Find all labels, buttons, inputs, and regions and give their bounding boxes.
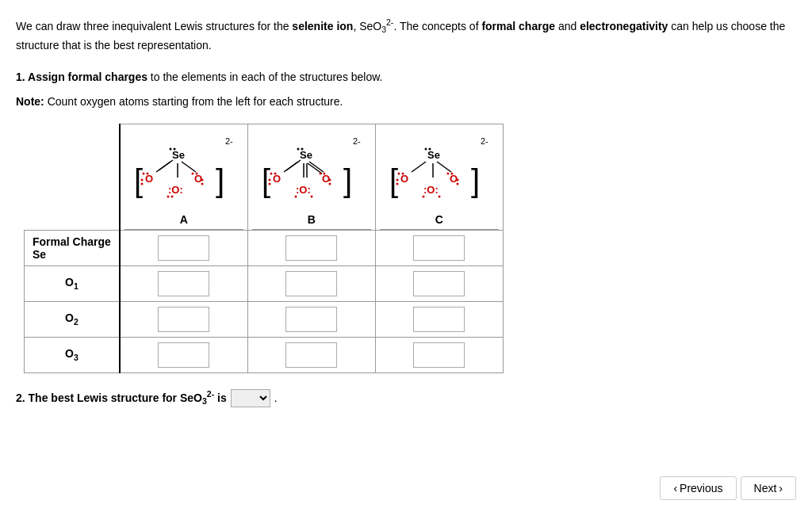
input-o3-b[interactable] (285, 342, 337, 368)
note-text: Note: Count oxygen atoms starting from t… (16, 95, 796, 108)
structure-c-svg: [ Se O (380, 128, 499, 208)
svg-point-66 (422, 195, 424, 197)
chevron-right-icon: › (779, 482, 783, 495)
input-o3-a-cell[interactable] (120, 337, 248, 372)
svg-text:]: ] (216, 163, 224, 198)
svg-point-62 (450, 172, 453, 174)
svg-line-6 (182, 162, 196, 172)
structure-b-cell: [ Se (247, 124, 375, 230)
svg-point-61 (446, 172, 449, 174)
svg-point-64 (456, 182, 458, 185)
svg-line-28 (286, 160, 301, 170)
input-se-c-cell[interactable] (375, 230, 503, 265)
svg-point-44 (294, 195, 297, 197)
svg-point-35 (274, 172, 276, 174)
previous-button[interactable]: ‹ Previous (660, 476, 736, 500)
svg-point-34 (270, 172, 272, 174)
svg-text:2-: 2- (481, 136, 488, 146)
svg-point-9 (142, 172, 144, 174)
structure-a-cell: [ Se O (120, 124, 248, 230)
row-o3: O3 (25, 337, 504, 372)
svg-text::O:: :O: (168, 184, 183, 196)
svg-text:]: ] (471, 163, 480, 198)
svg-text:O: O (400, 173, 408, 185)
svg-text:O: O (322, 173, 330, 185)
input-o2-a[interactable] (158, 307, 209, 332)
svg-line-5 (159, 160, 173, 170)
input-o3-a[interactable] (158, 342, 209, 368)
input-se-c[interactable] (413, 235, 465, 261)
svg-line-52 (412, 162, 426, 172)
svg-point-2 (169, 147, 171, 150)
svg-point-11 (140, 178, 143, 181)
svg-point-41 (328, 178, 331, 181)
input-o3-c[interactable] (413, 342, 465, 368)
svg-text:Se: Se (300, 149, 312, 161)
svg-point-25 (297, 147, 299, 150)
svg-point-42 (328, 182, 331, 185)
input-o3-c-cell[interactable] (375, 337, 503, 372)
input-se-a[interactable] (158, 235, 209, 261)
svg-text:Se: Se (427, 149, 440, 161)
input-o2-b-cell[interactable] (247, 301, 375, 337)
svg-point-16 (201, 178, 203, 181)
svg-point-45 (310, 195, 312, 197)
svg-point-26 (301, 147, 303, 150)
structure-c-cell: [ Se O (375, 124, 503, 230)
svg-point-39 (319, 172, 321, 174)
svg-point-14 (191, 172, 193, 174)
input-o1-b[interactable] (285, 271, 337, 296)
svg-point-67 (438, 195, 440, 197)
input-o1-a-cell[interactable] (120, 265, 248, 301)
input-se-b-cell[interactable] (247, 230, 375, 265)
svg-point-56 (397, 172, 400, 174)
input-se-a-cell[interactable] (120, 230, 248, 265)
svg-point-51 (428, 147, 431, 150)
structure-b-label: B (252, 210, 371, 230)
svg-point-3 (173, 147, 175, 150)
input-o2-b[interactable] (285, 307, 337, 332)
input-o1-a[interactable] (158, 271, 209, 296)
svg-point-15 (195, 172, 197, 174)
input-se-b[interactable] (285, 235, 337, 261)
next-button[interactable]: Next › (741, 476, 796, 500)
svg-point-57 (401, 172, 404, 174)
row-o2-label: O2 (25, 301, 120, 337)
svg-text:O: O (194, 173, 202, 185)
chevron-left-icon: ‹ (673, 482, 677, 495)
structure-b-svg: [ Se (252, 128, 371, 208)
structure-a-svg: [ Se O (124, 128, 243, 208)
svg-point-58 (396, 178, 398, 181)
best-structure-dropdown[interactable]: A B C (231, 389, 270, 407)
svg-text:2-: 2- (225, 136, 233, 146)
svg-line-29 (309, 162, 324, 172)
input-o2-c[interactable] (413, 307, 465, 332)
structure-a-label: A (124, 210, 243, 230)
input-o1-c-cell[interactable] (375, 265, 503, 301)
svg-point-17 (201, 182, 203, 185)
svg-line-53 (437, 162, 451, 172)
svg-text:Se: Se (172, 149, 185, 161)
next-label: Next (754, 482, 777, 495)
input-o1-b-cell[interactable] (247, 265, 375, 301)
svg-text:2-: 2- (353, 136, 361, 146)
input-o2-c-cell[interactable] (375, 301, 503, 337)
intro-paragraph: We can draw three inequivalent Lewis str… (16, 16, 793, 55)
question-2-text: 2. The best Lewis structure for SeO32- i… (16, 389, 227, 406)
svg-text::O:: :O: (423, 184, 439, 196)
svg-point-50 (424, 147, 427, 150)
svg-text:O: O (273, 173, 281, 185)
question-1-label: 1. Assign formal charges to the elements… (16, 71, 796, 83)
svg-point-40 (323, 172, 325, 174)
input-o1-c[interactable] (413, 271, 465, 296)
input-o3-b-cell[interactable] (247, 337, 375, 372)
row-o1: O1 (25, 265, 504, 301)
svg-text:O: O (145, 173, 153, 185)
previous-label: Previous (680, 482, 722, 495)
svg-point-36 (268, 178, 270, 181)
row-o2: O2 (25, 301, 504, 337)
svg-text:]: ] (343, 163, 352, 198)
input-o2-a-cell[interactable] (120, 301, 248, 337)
svg-text:O: O (450, 173, 458, 185)
svg-point-10 (146, 172, 148, 174)
